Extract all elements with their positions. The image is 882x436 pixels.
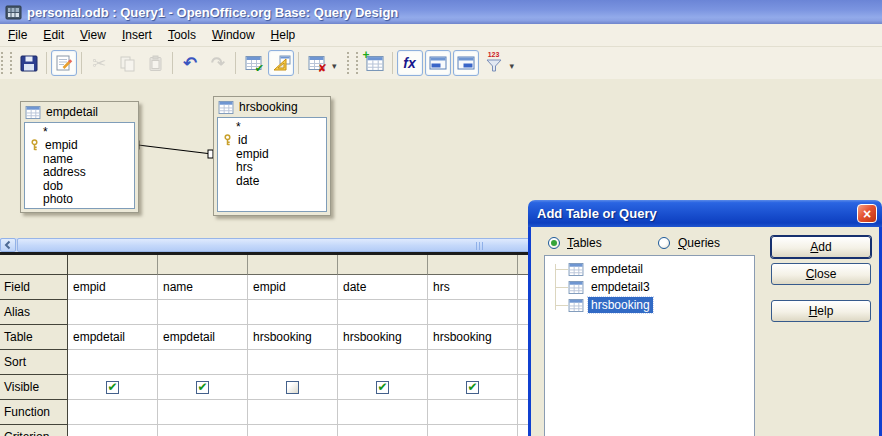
table-box-empdetail[interactable]: empdetail * empid name address dob photo [20,101,139,213]
field-row[interactable]: empid [218,147,326,161]
field-name: address [29,165,86,179]
functions-toggle-button[interactable]: fx [397,50,423,76]
list-item-hrsbooking[interactable]: hrsbooking [545,296,754,314]
grid-cell-criterion[interactable] [68,425,158,436]
toolbar-grip[interactable] [1,52,12,74]
field-name: date [222,174,259,188]
field-name: empid [222,147,269,161]
scroll-left-button[interactable] [0,238,16,252]
grid-cell-alias[interactable] [158,300,248,325]
grid-cell-criterion[interactable] [158,425,248,436]
add-table-button[interactable]: + [362,50,388,76]
visible-checkbox[interactable] [286,381,299,394]
undo-button[interactable]: ↶ [177,50,203,76]
table-box-hrsbooking[interactable]: hrsbooking * id empid hrs date [213,96,331,216]
menu-insert[interactable]: Insert [114,26,160,44]
copy-button [114,50,140,76]
toolbar-grip[interactable] [347,52,358,74]
grid-cell-function[interactable] [248,400,338,425]
field-row[interactable]: hrs [218,161,326,175]
grid-cell-sort[interactable] [68,350,158,375]
grid-column-header[interactable] [158,255,248,275]
tables-listbox[interactable]: empdetail empdetail3 hrsbooking [544,255,755,436]
grid-cell-alias[interactable] [428,300,518,325]
close-icon: × [863,207,871,221]
grid-cell-sort[interactable] [158,350,248,375]
field-name: hrs [222,160,253,174]
grid-cell-function[interactable] [68,400,158,425]
tables-radio[interactable] [548,237,560,249]
queries-radio-label[interactable]: Queries [678,236,720,250]
grid-cell-alias[interactable] [68,300,158,325]
field-row[interactable]: date [218,174,326,188]
grid-cell-criterion[interactable] [428,425,518,436]
visible-checkbox[interactable] [196,381,209,394]
redo-button: ↷ [205,50,231,76]
grid-cell-criterion[interactable] [338,425,428,436]
grid-cell-alias[interactable] [248,300,338,325]
grid-cell-field[interactable]: empid [68,275,158,300]
close-button[interactable]: Close [771,263,871,285]
dialog-close-button[interactable]: × [857,204,877,223]
grid-cell-field[interactable]: empid [248,275,338,300]
grid-cell-field[interactable]: date [338,275,428,300]
menu-file[interactable]: File [0,26,35,44]
visible-checkbox[interactable] [376,381,389,394]
grid-column-header[interactable] [428,255,518,275]
save-button[interactable] [16,50,42,76]
window-titlebar[interactable]: personal.odb : Query1 - OpenOffice.org B… [0,0,882,24]
list-item-empdetail3[interactable]: empdetail3 [545,278,754,296]
field-row[interactable]: name [25,152,134,166]
edit-data-button[interactable] [51,50,77,76]
field-row[interactable]: id [218,134,326,148]
menu-edit[interactable]: Edit [35,26,72,44]
grid-cell-table[interactable]: empdetail [68,325,158,350]
field-row[interactable]: address [25,166,134,180]
alias-toggle-button[interactable] [453,50,479,76]
list-item-empdetail[interactable]: empdetail [545,260,754,278]
grid-cell-sort[interactable] [338,350,428,375]
window-table-icon [429,56,447,70]
field-row[interactable]: photo [25,193,134,207]
grid-cell-criterion[interactable] [248,425,338,436]
visible-checkbox[interactable] [106,381,119,394]
menu-window[interactable]: Window [204,26,263,44]
grid-column-header[interactable] [68,255,158,275]
run-query-button[interactable]: ✔ [240,50,266,76]
grid-column-header[interactable] [248,255,338,275]
grid-cell-table[interactable]: hrsbooking [428,325,518,350]
menu-view[interactable]: View [72,26,114,44]
grid-cell-function[interactable] [338,400,428,425]
dialog-titlebar[interactable]: Add Table or Query × [528,200,882,227]
grid-cell-alias[interactable] [338,300,428,325]
help-button[interactable]: Help [771,300,871,322]
grid-cell-function[interactable] [158,400,248,425]
add-button[interactable]: Add [771,236,871,258]
field-row[interactable]: * [218,120,326,134]
grid-cell-table[interactable]: empdetail [158,325,248,350]
field-row[interactable]: dob [25,179,134,193]
grid-cell-function[interactable] [428,400,518,425]
grid-cell-table[interactable]: hrsbooking [338,325,428,350]
table-box-header[interactable]: hrsbooking [214,97,330,117]
visible-checkbox[interactable] [466,381,479,394]
field-row[interactable]: * [25,125,134,139]
grid-cell-table[interactable]: hrsbooking [248,325,338,350]
menu-tools[interactable]: Tools [160,26,204,44]
grid-column-header[interactable] [338,255,428,275]
grid-cell-field[interactable]: name [158,275,248,300]
distinct-values-button[interactable]: 123 [481,50,507,76]
table-name-toggle-button[interactable] [425,50,451,76]
design-view-toggle-button[interactable] [268,50,294,76]
tables-radio-label[interactable]: Tables [567,236,602,250]
toolbar-overflow-arrow[interactable]: ▾ [332,61,337,71]
grid-cell-sort[interactable] [428,350,518,375]
toolbar-overflow-arrow[interactable]: ▾ [510,61,515,71]
menu-help[interactable]: Help [263,26,304,44]
grid-cell-field[interactable]: hrs [428,275,518,300]
clear-query-button[interactable]: ✘ [303,50,329,76]
table-box-header[interactable]: empdetail [21,102,138,122]
field-row[interactable]: empid [25,139,134,153]
queries-radio[interactable] [658,237,670,249]
grid-cell-sort[interactable] [248,350,338,375]
